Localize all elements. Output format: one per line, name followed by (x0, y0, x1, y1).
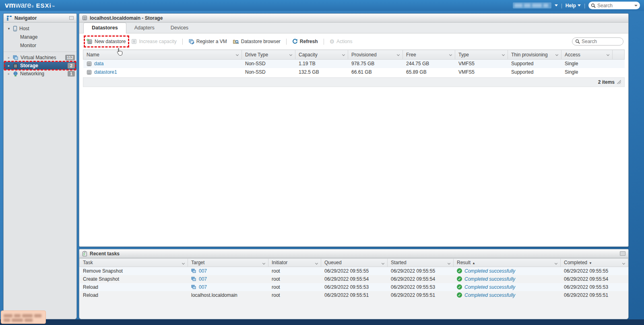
chevron-down-icon[interactable] (342, 53, 345, 56)
collapse-panel-icon[interactable] (69, 16, 74, 20)
user-menu-caret-icon[interactable] (555, 4, 558, 6)
target-link[interactable]: 007 (199, 276, 207, 282)
task-row[interactable]: Reload localhost.localdomain root 06/29/… (80, 291, 628, 299)
column-header-initiator[interactable]: Initiator (268, 259, 321, 267)
datastores-toolbar: New datastore Increase capacity Register… (79, 33, 628, 50)
cell-started: 06/29/2022 09:55:55 (388, 267, 454, 275)
clipboard-icon (82, 251, 87, 257)
target-link[interactable]: 007 (199, 284, 207, 290)
register-vm-button[interactable]: Register a VM (188, 37, 228, 46)
column-header-queued[interactable]: Queued (321, 259, 388, 267)
cell-name: data (83, 60, 242, 68)
column-header-provisioned[interactable]: Provisioned (348, 50, 403, 60)
chevron-down-icon[interactable] (555, 53, 558, 56)
chevron-down-icon[interactable] (262, 262, 265, 265)
storage-count-badge: 2 (68, 63, 75, 68)
vm-expand-icon[interactable]: ▸ (7, 56, 11, 60)
column-header-capacity[interactable]: Capacity (295, 50, 348, 60)
column-label: Result (457, 260, 471, 265)
task-row[interactable]: Remove Snapshot 007 root 06/29/2022 09:5… (80, 267, 628, 275)
cell-initiator: root (268, 283, 321, 291)
chevron-down-icon[interactable] (449, 53, 452, 56)
storage-expand-icon[interactable]: ▸ (7, 64, 11, 68)
column-header-task[interactable]: Task (80, 259, 188, 267)
column-header-target[interactable]: Target (188, 259, 268, 267)
datastore-browser-button[interactable]: Datastore browser (232, 37, 281, 46)
datastores-search-input[interactable] (582, 39, 615, 44)
tab-devices[interactable]: Devices (163, 23, 196, 33)
new-datastore-button[interactable]: New datastore (86, 37, 126, 46)
storage-main-panel: localhost.localdomain - Storage Datastor… (79, 13, 629, 247)
help-menu[interactable]: Help (566, 3, 581, 8)
column-header-result[interactable]: Result▲ (454, 259, 561, 267)
sidebar-item-manage[interactable]: Manage (4, 33, 76, 41)
column-header-started[interactable]: Started (388, 259, 454, 267)
popout-panel-icon[interactable] (620, 251, 625, 256)
sidebar-item-label: Host (19, 26, 29, 31)
resize-grip-icon[interactable] (617, 80, 621, 84)
cell-completed: 06/29/2022 09:55:54 (561, 275, 628, 283)
separator: | (584, 3, 585, 8)
refresh-button[interactable]: Refresh (291, 37, 319, 46)
task-row[interactable]: Reload 007 root 06/29/2022 09:55:53 06/2… (80, 283, 628, 291)
column-header-thin-provisioning[interactable]: Thin provisioning (508, 50, 561, 60)
chevron-down-icon[interactable] (622, 262, 625, 265)
datastore-link[interactable]: datastore1 (94, 69, 117, 75)
column-header-filler (613, 50, 625, 60)
hand-cursor-icon (116, 48, 123, 56)
cell-result: ✓ Completed successfully (454, 275, 561, 283)
cell-name: datastore1 (83, 68, 242, 77)
global-search-input[interactable] (597, 3, 629, 8)
divider (286, 39, 287, 45)
search-scope-caret-icon[interactable] (634, 5, 638, 6)
chevron-down-icon[interactable] (607, 53, 609, 56)
datastore-link[interactable]: data (94, 61, 103, 66)
column-label: Drive Type (245, 52, 268, 58)
help-caret-icon (578, 4, 581, 6)
column-header-name[interactable]: Name (83, 50, 242, 60)
cell-drive-type: Non-SSD (242, 60, 295, 68)
column-header-type[interactable]: Type (455, 50, 508, 60)
cell-type: VMFS5 (455, 68, 508, 77)
chevron-down-icon[interactable] (315, 262, 318, 265)
table-row[interactable]: datastore1 Non-SSD 132.5 GB 66.61 GB 65.… (83, 68, 625, 77)
chevron-down-icon[interactable] (236, 53, 239, 56)
increase-capacity-button[interactable]: Increase capacity (130, 37, 177, 46)
chevron-down-icon[interactable] (397, 53, 400, 56)
chevron-down-icon[interactable] (502, 53, 505, 56)
vm-icon (191, 277, 196, 282)
sidebar-item-virtual-machines[interactable]: ▸ Virtual Machines 112 (4, 54, 76, 62)
datastore-icon (82, 15, 87, 21)
networking-expand-icon[interactable]: ▸ (7, 72, 11, 76)
column-header-drive-type[interactable]: Drive Type (242, 50, 295, 60)
column-header-access[interactable]: Access (561, 50, 613, 60)
cell-target: 007 (188, 283, 268, 291)
global-search[interactable] (588, 2, 640, 9)
sidebar-item-host[interactable]: ▾ Host (4, 25, 76, 33)
sort-desc-icon: ▼ (589, 261, 592, 265)
cell-queued: 06/29/2022 09:55:54 (321, 275, 388, 283)
sidebar-item-storage[interactable]: ▸ Storage 2 (4, 62, 76, 70)
task-row[interactable]: Create Snapshot 007 root 06/29/2022 09:5… (80, 275, 628, 283)
chevron-down-icon[interactable] (289, 53, 292, 56)
chevron-down-icon[interactable] (382, 262, 384, 265)
sidebar-item-monitor[interactable]: Monitor (4, 41, 76, 50)
user-name-redacted[interactable] (513, 2, 551, 8)
host-expand-icon[interactable]: ▾ (7, 27, 11, 31)
cell-filler (613, 68, 625, 77)
column-header-completed[interactable]: Completed▼ (561, 259, 628, 267)
items-count: 2 items (598, 79, 615, 85)
sidebar-item-networking[interactable]: ▸ Networking 1 (4, 70, 76, 78)
column-header-free[interactable]: Free (403, 50, 455, 60)
cell-target: 007 (188, 275, 268, 283)
actions-button[interactable]: ⚙ Actions (329, 37, 353, 46)
table-row[interactable]: data Non-SSD 1.19 TB 978.75 GB 244.75 GB… (83, 60, 625, 68)
datastores-search[interactable] (572, 37, 623, 46)
chevron-down-icon[interactable] (182, 262, 185, 265)
chevron-down-icon[interactable] (555, 262, 557, 265)
cell-initiator: root (268, 267, 321, 275)
tab-datastores[interactable]: Datastores (83, 23, 126, 33)
target-link[interactable]: 007 (199, 268, 207, 274)
tab-adapters[interactable]: Adapters (126, 23, 163, 33)
chevron-down-icon[interactable] (448, 262, 450, 265)
